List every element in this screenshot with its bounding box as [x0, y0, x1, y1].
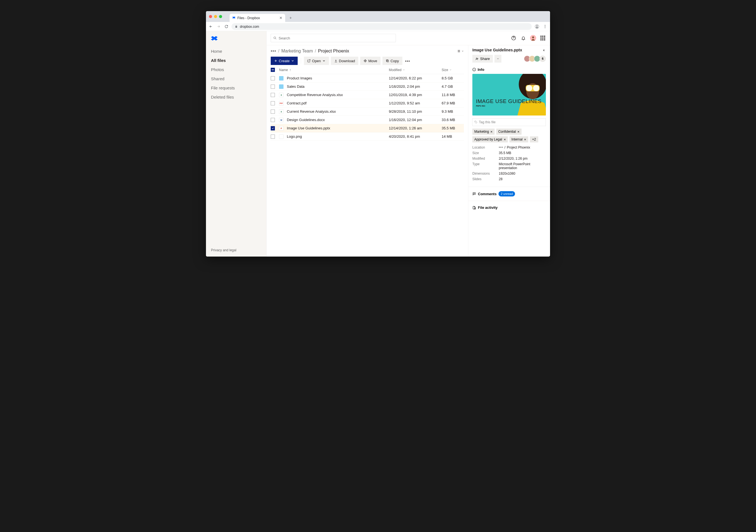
chevron-down-icon: [291, 59, 294, 63]
notifications-button[interactable]: [520, 35, 526, 41]
new-tab-button[interactable]: +: [287, 14, 294, 21]
apps-button[interactable]: [540, 35, 546, 41]
remove-tag-icon[interactable]: ✕: [490, 130, 493, 133]
sidebar: Home All files Photos Shared File reques…: [206, 31, 267, 257]
select-all-checkbox[interactable]: [271, 68, 275, 72]
profile-button[interactable]: [534, 24, 540, 29]
row-checkbox[interactable]: [271, 93, 275, 97]
activity-section[interactable]: File activity: [472, 202, 546, 213]
sidebar-item-photos[interactable]: Photos: [206, 65, 267, 74]
comment-icon: [472, 192, 476, 196]
url-bar[interactable]: dropbox.com: [231, 23, 532, 30]
folder-icon: [279, 85, 284, 89]
remove-tag-icon[interactable]: ✕: [524, 138, 526, 141]
svg-point-12: [526, 85, 532, 91]
breadcrumb-parent[interactable]: Marketing Team: [281, 49, 313, 54]
sidebar-item-home[interactable]: Home: [206, 47, 267, 56]
table-row[interactable]: ▲Logo.png4/20/2020, 8:41 pm14 MB: [271, 133, 464, 141]
help-button[interactable]: [511, 35, 517, 41]
chevron-down-icon: [449, 68, 452, 71]
close-window[interactable]: [209, 15, 212, 18]
share-button[interactable]: Share: [472, 55, 493, 63]
info-icon: [472, 68, 476, 71]
close-details-button[interactable]: [543, 49, 546, 52]
tab-title: Files - Dropbox: [237, 16, 260, 20]
content-row: ••• / Marketing Team / Project Phoenix: [267, 45, 550, 257]
sidebar-item-allfiles[interactable]: All files: [206, 56, 267, 65]
tag[interactable]: Marketing✕: [472, 129, 495, 135]
share-dropdown[interactable]: [495, 55, 501, 63]
table-row[interactable]: PImage Use Guidelines.pptx12/14/2020, 1:…: [271, 124, 464, 133]
tags-more[interactable]: +2: [530, 136, 538, 142]
file-name: Contract.pdf: [287, 101, 307, 106]
breadcrumb-current: Project Phoenix: [318, 49, 349, 54]
download-icon: [334, 59, 338, 63]
sidebar-item-shared[interactable]: Shared: [206, 74, 267, 83]
minimize-window[interactable]: [214, 15, 217, 18]
reload-button[interactable]: [224, 24, 229, 29]
remove-tag-icon[interactable]: ✕: [504, 138, 506, 141]
view-toggle[interactable]: [457, 49, 464, 53]
row-checkbox[interactable]: [271, 118, 275, 122]
chevron-down-icon: [402, 68, 405, 71]
table-row[interactable]: XCurrent Revenue Analysis.xlsx9/28/2019,…: [271, 108, 464, 116]
row-checkbox[interactable]: [271, 110, 275, 114]
table-row[interactable]: WDesign Guidelines.docx1/16/2020, 12:04 …: [271, 116, 464, 124]
search-icon: [274, 37, 277, 40]
breadcrumb-more[interactable]: •••: [271, 49, 276, 54]
tag[interactable]: Approved by Legal✕: [472, 136, 508, 142]
comments-section[interactable]: Comments 2 unread: [472, 188, 546, 200]
member-avatars[interactable]: 6: [525, 56, 546, 62]
remove-tag-icon[interactable]: ✕: [517, 130, 520, 133]
tag[interactable]: Internal✕: [509, 136, 528, 142]
user-avatar[interactable]: [530, 35, 536, 41]
info-section-header: Info: [472, 67, 546, 72]
column-modified[interactable]: Modified: [389, 68, 442, 72]
sidebar-item-deleted[interactable]: Deleted files: [206, 92, 267, 102]
row-checkbox[interactable]: [271, 76, 275, 80]
open-button[interactable]: Open: [304, 57, 329, 65]
row-checkbox[interactable]: [271, 134, 275, 139]
table-header: Name ↑ Modified Size: [271, 67, 464, 74]
file-name: Logo.png: [287, 134, 302, 139]
search-box[interactable]: [271, 34, 396, 42]
file-modified: 9/28/2019, 11:10 pm: [389, 110, 442, 114]
more-actions-button[interactable]: •••: [404, 57, 411, 65]
sidebar-item-filerequests[interactable]: File requests: [206, 83, 267, 92]
search-input[interactable]: [279, 36, 393, 40]
row-checkbox[interactable]: [271, 101, 275, 105]
open-icon: [308, 59, 311, 63]
tag-input[interactable]: Tag this file: [472, 118, 546, 126]
browser-tab[interactable]: Files - Dropbox ✕: [230, 14, 285, 22]
row-checkbox[interactable]: [271, 126, 275, 130]
forward-button[interactable]: [216, 24, 221, 29]
maximize-window[interactable]: [219, 15, 222, 18]
column-size[interactable]: Size: [442, 68, 464, 72]
copy-button[interactable]: Copy: [383, 57, 402, 65]
sidebar-footer-link[interactable]: Privacy and legal: [206, 245, 267, 257]
file-preview[interactable]: IMAGE USE GUIDELINES PEPO INC: [472, 74, 546, 115]
browser-menu-button[interactable]: ⋮: [542, 24, 548, 29]
column-name[interactable]: Name ↑: [279, 68, 389, 72]
dropbox-logo[interactable]: [211, 36, 218, 42]
meta-location[interactable]: Project Phoenix: [507, 145, 530, 149]
file-modified: 12/01/2019, 4:39 pm: [389, 93, 442, 97]
table-row[interactable]: Sales Data1/16/2020, 2:04 pm4.7 GB: [271, 83, 464, 91]
details-pane: Image Use Guidelines.pptx Share: [468, 45, 550, 257]
table-row[interactable]: XCompetitive Revenue Analysis.xlsx12/01/…: [271, 91, 464, 99]
file-size: 9.3 MB: [442, 110, 464, 114]
file-size: 67.9 MB: [442, 101, 464, 106]
download-button[interactable]: Download: [331, 57, 358, 65]
close-tab-icon[interactable]: ✕: [279, 16, 283, 20]
file-pane: ••• / Marketing Team / Project Phoenix: [267, 45, 468, 257]
row-checkbox[interactable]: [271, 85, 275, 89]
folder-icon: [279, 76, 284, 81]
create-button[interactable]: Create: [271, 57, 298, 65]
meta-slides: 28: [499, 177, 546, 181]
tab-strip: Files - Dropbox ✕ +: [206, 11, 550, 22]
table-row[interactable]: PDFContract.pdf1/12/2020, 9:52 am67.9 MB: [271, 99, 464, 108]
back-button[interactable]: [208, 24, 213, 29]
move-button[interactable]: Move: [360, 57, 381, 65]
table-row[interactable]: Product Images12/14/2020, 6:22 pm8.5 GB: [271, 74, 464, 83]
tag[interactable]: Confidential✕: [497, 129, 522, 135]
